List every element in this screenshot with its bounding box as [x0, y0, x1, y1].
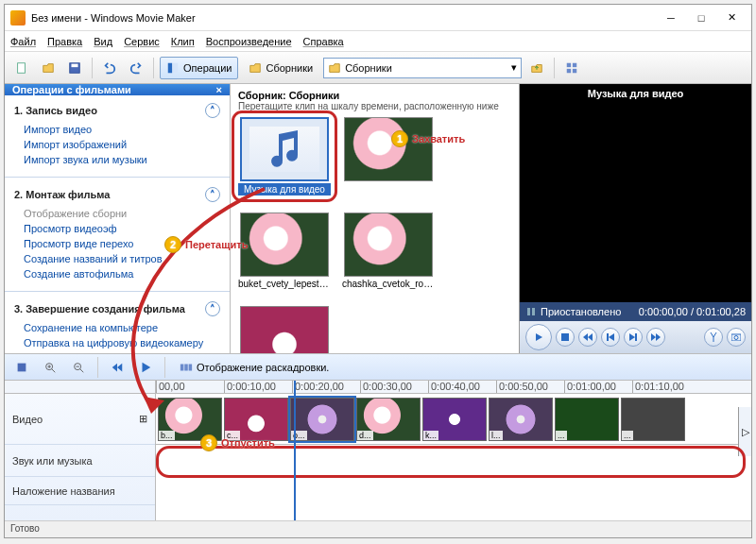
svg-rect-18 — [184, 364, 188, 370]
timeline-pane: Отображение раскадровки. Видео⊞ Звук или… — [5, 354, 751, 520]
svg-rect-9 — [527, 308, 530, 315]
task-automovie[interactable]: Создание автофильма — [14, 266, 220, 281]
app-icon — [10, 10, 26, 26]
callout-grab: 1Захватить — [391, 130, 465, 147]
menu-edit[interactable]: Правка — [47, 36, 82, 47]
content-area: Операции с фильмами× 1. Запись видео˄ Им… — [5, 84, 751, 354]
track-labels: Видео⊞ Звук или музыка Наложение названи… — [5, 381, 156, 520]
collapse-icon[interactable]: ˄ — [205, 301, 220, 316]
timeline-clip[interactable]: ... — [621, 398, 685, 441]
menubar: Файл Правка Вид Сервис Клип Воспроизведе… — [5, 31, 751, 52]
step-back-button[interactable] — [601, 328, 620, 347]
collapse-icon[interactable]: ˄ — [205, 187, 220, 202]
tl-play-button[interactable] — [134, 356, 157, 379]
prev-button[interactable] — [578, 328, 597, 347]
timeline-clip[interactable]: d... — [356, 398, 421, 441]
preview-pane: Музыка для видео Приостановлено 0:00:00,… — [519, 84, 751, 353]
task-make-titles[interactable]: Создание названий и титров — [14, 251, 220, 266]
video-track-label: Видео⊞ — [5, 394, 155, 445]
svg-point-13 — [734, 336, 738, 340]
new-button[interactable] — [10, 57, 33, 79]
tasks-pane: Операции с фильмами× 1. Запись видео˄ Им… — [5, 84, 230, 353]
clip-thumb[interactable]: buket_cvety_lepestki_be... — [238, 212, 331, 289]
stop-button[interactable] — [556, 328, 575, 347]
menu-file[interactable]: Файл — [10, 36, 36, 47]
menu-view[interactable]: Вид — [94, 36, 112, 47]
clip-thumb[interactable]: cvet_rozovyy_lepestki_r... — [238, 306, 331, 354]
svg-rect-4 — [173, 62, 178, 73]
undo-button[interactable] — [98, 57, 121, 79]
app-window: Без имени - Windows Movie Maker ─ □ ✕ Фа… — [4, 4, 752, 538]
clip-thumb[interactable] — [342, 117, 435, 196]
svg-rect-10 — [532, 308, 535, 315]
clip-music[interactable]: Музыка для видео — [238, 117, 331, 196]
close-button[interactable]: ✕ — [717, 8, 746, 27]
audio-track-label: Звук или музыка — [5, 445, 155, 477]
task-import-pictures[interactable]: Импорт изображений — [14, 137, 220, 152]
collection-select[interactable]: Сборники▾ — [323, 58, 522, 78]
callout-drag: 2Перетащить — [164, 236, 248, 253]
task-import-video[interactable]: Импорт видео — [14, 122, 220, 137]
collections-toggle[interactable]: Сборники — [242, 57, 319, 79]
window-title: Без имени - Windows Movie Maker — [31, 12, 657, 24]
task-show-collections[interactable]: Отображение сборни — [14, 206, 220, 221]
menu-clip[interactable]: Клип — [171, 36, 195, 47]
snapshot-button[interactable] — [727, 328, 746, 347]
view-thumbnails-button[interactable] — [560, 57, 583, 79]
clip-thumb[interactable]: chashka_cvetok_roza_8... — [342, 212, 435, 289]
preview-status: Приостановлено 0:00:00,00 / 0:01:00,28 — [520, 302, 751, 321]
svg-rect-6 — [573, 62, 576, 66]
svg-rect-7 — [567, 68, 571, 72]
timeline-clip[interactable]: l... — [489, 398, 553, 441]
svg-rect-11 — [561, 333, 569, 341]
task-group-finish: 3. Завершение создания фильма˄ — [14, 298, 220, 320]
redo-button[interactable] — [125, 57, 147, 79]
collection-subtitle: Перетащите клип на шкалу времени, распол… — [238, 101, 511, 111]
pause-status-icon — [525, 306, 537, 317]
timeline-clip[interactable]: k... — [422, 398, 487, 441]
task-save-computer[interactable]: Сохранение на компьютере — [14, 320, 220, 335]
menu-help[interactable]: Справка — [303, 36, 344, 47]
open-button[interactable] — [37, 57, 60, 79]
playhead[interactable] — [294, 381, 296, 520]
maximize-button[interactable]: □ — [687, 8, 715, 27]
storyboard-toggle[interactable]: Отображение раскадровки. — [173, 356, 335, 379]
preview-screen — [520, 103, 751, 302]
titlebar: Без имени - Windows Movie Maker ─ □ ✕ — [5, 5, 751, 31]
up-level-button[interactable] — [525, 57, 548, 79]
title-track[interactable] — [156, 479, 751, 507]
collapse-icon[interactable]: ˄ — [205, 103, 220, 118]
task-group-capture: 1. Запись видео˄ — [14, 99, 220, 122]
step-fwd-button[interactable] — [624, 328, 643, 347]
task-group-edit: 2. Монтаж фильма˄ — [14, 183, 220, 206]
save-button[interactable] — [63, 57, 86, 79]
play-button[interactable] — [525, 324, 552, 350]
next-button[interactable] — [646, 328, 665, 347]
preview-title: Музыка для видео — [520, 84, 751, 103]
svg-rect-3 — [168, 62, 172, 73]
timeline-clip[interactable]: ... — [555, 398, 619, 441]
timeline-toolbar: Отображение раскадровки. — [5, 354, 751, 381]
task-send-dv[interactable]: Отправка на цифровую видеокамеру — [14, 335, 220, 350]
tl-narrate-button[interactable] — [10, 356, 33, 379]
callout-drop: 3Отпустить — [200, 434, 275, 451]
minimize-button[interactable]: ─ — [657, 8, 685, 27]
tasks-close-icon[interactable]: × — [216, 84, 222, 95]
time-ruler: 00,000:00:10,000:00:20,000:00:30,000:00:… — [156, 381, 751, 394]
title-track-label: Наложение названия — [5, 477, 155, 505]
tl-rewind-button[interactable] — [106, 356, 129, 379]
split-button[interactable] — [704, 328, 723, 347]
tasks-toggle[interactable]: Операции — [160, 57, 238, 79]
svg-rect-2 — [72, 63, 78, 67]
menu-tools[interactable]: Сервис — [124, 36, 160, 47]
svg-rect-5 — [567, 62, 571, 66]
task-view-effects[interactable]: Просмотр видеоэф — [14, 221, 220, 236]
toolbar: Операции Сборники Сборники▾ — [5, 52, 751, 84]
tasks-header: Операции с фильмами× — [5, 84, 230, 95]
timeline-clip[interactable]: o... — [290, 398, 354, 441]
chevron-down-icon: ▾ — [511, 61, 517, 74]
tl-zoomout-button[interactable] — [67, 356, 90, 379]
tl-zoomin-button[interactable] — [39, 356, 61, 379]
task-import-audio[interactable]: Импорт звука или музыки — [14, 152, 220, 167]
menu-play[interactable]: Воспроизведение — [206, 36, 292, 47]
